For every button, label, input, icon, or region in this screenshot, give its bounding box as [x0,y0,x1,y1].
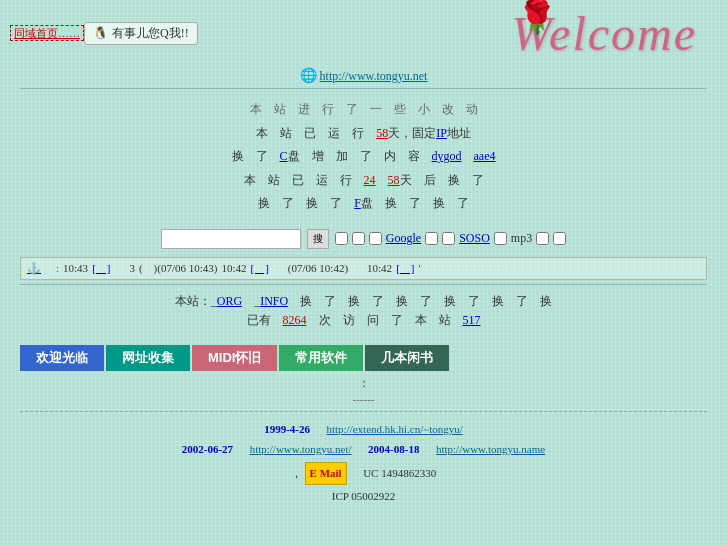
f-link[interactable]: F [354,196,361,210]
footer-url-3[interactable]: http://www.tongyu.name [436,443,545,455]
footer-line-4: ICP 05002922 [0,487,727,507]
tab-colon: ： ------ [20,375,707,407]
news-link-2[interactable]: [ ] [251,261,269,276]
ip-link[interactable]: IP [436,126,447,140]
tab-midi[interactable]: MIDI怀旧 [192,345,277,371]
visit-count-link[interactable]: 8264 [283,313,307,327]
content-line-3: 换 了 C盘 增 加 了 内 容 dygod aae4 [30,146,697,168]
checkbox-3[interactable] [369,232,382,245]
content-line-1: 本 站 进 行 了 一 些 小 改 动 [30,99,697,121]
footer-line-3: ， E Mail UC 1494862330 [0,462,727,486]
top-bar: 同域首页…… 🐧 有事儿您Q我!! 🌹 Welcome [0,0,727,63]
main-content: 本 站 进 行 了 一 些 小 改 动 本 站 已 运 行 58天，固定IP地址… [0,93,727,221]
site-url-link[interactable]: http://www.tongyu.net [320,69,428,83]
aae4-link[interactable]: aae4 [474,149,496,163]
news-time-2: 10:42 [221,262,246,274]
bottom-line-1: 本站：_ORG _INFO 换 了 换 了 换 了 换 了 换 了 换 [30,293,697,310]
tab-software[interactable]: 常用软件 [279,345,363,371]
welcome-area: 🌹 Welcome [198,6,717,61]
c-link[interactable]: C [280,149,288,163]
checkbox-2[interactable] [352,232,365,245]
checkbox-4[interactable] [425,232,438,245]
uc-text: UC 1494862330 [363,467,436,479]
soso-checkbox[interactable] [442,232,455,245]
footer-section: 1999-4-26 http://extend.hk.hi.cn/~tongyu… [0,416,727,511]
bottom-section: 本站：_ORG _INFO 换 了 换 了 换 了 换 了 换 了 换 已有 8… [0,289,727,337]
news-time-1: 10:43 [63,262,88,274]
mp3-checkbox[interactable] [494,232,507,245]
nav-tabs: 欢迎光临 网址收集 MIDI怀旧 常用软件 几本闲书 [20,345,707,371]
search-options: Google SOSO mp3 [335,231,566,246]
search-button[interactable]: 搜 [307,229,329,249]
news-time-3: (07/06 10:42) [288,262,348,274]
checkbox-5[interactable] [536,232,549,245]
top-links[interactable]: 同域首页…… [10,26,84,41]
news-count: 3 [129,262,135,274]
visit-count-2[interactable]: 517 [463,313,481,327]
divider-2 [20,284,707,285]
news-time-4: 10:42 [367,262,392,274]
checkbox-1[interactable] [335,232,348,245]
email-badge[interactable]: E Mail [305,462,347,486]
tab-welcome[interactable]: 欢迎光临 [20,345,104,371]
info-link[interactable]: INFO [260,294,288,308]
divider-3 [20,411,707,412]
site-url-section: 🌐 http://www.tongyu.net [0,67,727,84]
content-line-4: 本 站 已 运 行 24 58天 后 换 了 [30,170,697,192]
search-input[interactable] [161,229,301,249]
rose-decoration: 🌹 [517,0,557,36]
search-bar: 搜 Google SOSO mp3 [0,229,727,249]
globe-icon: 🌐 [300,68,317,83]
days-link-2[interactable]: 24 [364,173,376,187]
news-link-1[interactable]: [ ] [92,261,110,276]
content-line-5: 换 了 换 了 F盘 换 了 换 了 [30,193,697,215]
news-ticker: ⚓ : 10:43 [ ] 3 ( )(07/06 10:43) 10:42 [… [20,257,707,280]
footer-url-2[interactable]: http://www.tongyu.net/ [250,443,352,455]
icp-text: ICP 05002922 [332,490,395,502]
footer-url-1[interactable]: http://extend.hk.hi.cn/~tongyu/ [326,423,462,435]
divider-1 [20,88,707,89]
news-anchor[interactable]: ⚓ [27,262,41,275]
days-link-3[interactable]: 58 [388,173,400,187]
days-link-1[interactable]: 58 [376,126,388,140]
google-link[interactable]: Google [386,231,421,246]
content-line-2: 本 站 已 运 行 58天，固定IP地址 [30,123,697,145]
footer-line-2: 2002-06-27 http://www.tongyu.net/ 2004-0… [0,440,727,460]
qq-button[interactable]: 🐧 有事儿您Q我!! [84,22,198,45]
org-link[interactable]: ORG [217,294,242,308]
tab-urls[interactable]: 网址收集 [106,345,190,371]
qq-icon: 🐧 [93,26,108,41]
news-bracket: ( )(07/06 10:43) [139,261,218,276]
dygod-link[interactable]: dygod [432,149,462,163]
soso-link[interactable]: SOSO [459,231,490,246]
news-link-3[interactable]: [ ] [396,261,414,276]
footer-line-1: 1999-4-26 http://extend.hk.hi.cn/~tongyu… [0,420,727,440]
checkbox-6[interactable] [553,232,566,245]
bottom-line-2: 已有 8264 次 访 问 了 本 站 517 [30,312,697,329]
tab-books[interactable]: 几本闲书 [365,345,449,371]
news-more: ' [418,262,420,274]
